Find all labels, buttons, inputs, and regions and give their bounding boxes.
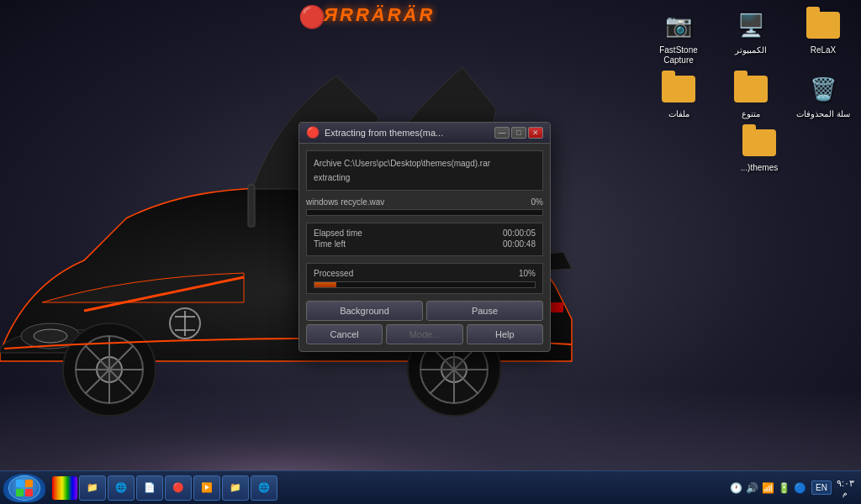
file-progress-bar (306, 209, 543, 216)
bluetooth-icon: 🔵 (794, 482, 806, 494)
dialog-buttons-row1: Background Pause (306, 301, 543, 321)
trash-icon: 🗑️ (806, 72, 840, 106)
taskbar-ie-icon: 🌐 (258, 482, 270, 493)
desktop-icon-computer[interactable]: 🖥️ الكمبيوتر (721, 8, 780, 66)
overall-progress-fill (314, 282, 336, 287)
timeleft-value: 00:00:48 (503, 239, 536, 249)
taskbar-clock: ٩:٠٣ م (837, 478, 854, 497)
processed-label: Processed (314, 269, 353, 278)
trash-label: سلة المحذوفات (796, 109, 850, 119)
elapsed-value: 00:00:05 (503, 228, 536, 238)
current-file-section: windows recycle.wav 0% (306, 197, 543, 216)
icon-row-3: themes(... (730, 126, 853, 173)
faststone-icon: 📷 (662, 8, 695, 42)
taskbar-systray: 🕐 🔊 📶 🔋 🔵 EN ٩:٠٣ م (730, 478, 858, 497)
taskbar-dot-icon: 🔴 (172, 482, 184, 493)
elapsed-row: Elapsed time 00:00:05 (314, 228, 536, 238)
archive-info: Archive C:\Users\pc\Desktop\themes(magd)… (306, 150, 543, 191)
timeleft-row: Time left 00:00:48 (314, 239, 536, 249)
file-progress-row: windows recycle.wav 0% (306, 197, 543, 207)
dialog-body: Archive C:\Users\pc\Desktop\themes(magd)… (299, 144, 550, 351)
dialog-buttons-row2: Cancel Mode... Help (306, 324, 543, 344)
taskbar-folder2-btn[interactable]: 📁 (222, 475, 249, 501)
taskbar: 📁 🌐 📄 🔴 ▶️ 📁 🌐 🕐 (0, 470, 861, 504)
mixed-label: متنوع (742, 109, 760, 119)
taskbar-colorbar[interactable] (52, 476, 77, 500)
winrar-dialog: 🔴 Extracting from themes(ma... — □ ✕ Arc… (298, 122, 551, 352)
desktop-icons-area: 📷 FastStone Capture 🖥️ الكمبيوتر ReLaX م… (649, 8, 853, 173)
language-indicator[interactable]: EN (811, 480, 832, 495)
time-icon: 🕐 (730, 482, 742, 494)
desktop-icon-themes[interactable]: themes(... (730, 126, 789, 173)
close-button[interactable]: ✕ (528, 127, 543, 139)
dialog-window-controls: — □ ✕ (494, 127, 543, 139)
icon-row-2: ملفات متنوع 🗑️ سلة المحذوفات (649, 72, 853, 119)
taskbar-dot-btn[interactable]: 🔴 (165, 475, 192, 501)
overall-progress-bar (314, 281, 536, 288)
svg-rect-24 (25, 489, 33, 496)
desktop-icon-faststone[interactable]: 📷 FastStone Capture (649, 8, 708, 66)
taskbar-media-icon: ▶️ (201, 482, 213, 493)
desktop: 🔴 ЯRRÄRÄR 📷 FastStone Capture 🖥️ الكمبيو… (0, 0, 861, 504)
dialog-titlebar: 🔴 Extracting from themes(ma... — □ ✕ (299, 123, 550, 144)
taskbar-file-btn[interactable]: 📄 (136, 475, 163, 501)
processed-row: Processed 10% (314, 269, 536, 278)
svg-rect-21 (16, 480, 24, 487)
background-button[interactable]: Background (306, 301, 423, 321)
start-orb (8, 475, 40, 501)
minimize-button[interactable]: — (494, 127, 510, 139)
maximize-button[interactable]: □ (511, 127, 526, 139)
clock-time: ٩:٠٣ (837, 478, 854, 489)
clock-ampm: م (837, 489, 854, 497)
winrar-title-icon: 🔴 (306, 126, 320, 139)
mode-button[interactable]: Mode... (386, 324, 462, 344)
dialog-title-text: Extracting from themes(ma... (325, 128, 494, 138)
pause-button[interactable]: Pause (426, 301, 543, 321)
taskbar-items: 📁 🌐 📄 🔴 ▶️ 📁 🌐 (49, 475, 730, 501)
svg-rect-4 (248, 185, 255, 227)
taskbar-file-icon: 📄 (144, 482, 156, 493)
files-label: ملفات (668, 109, 689, 119)
help-button[interactable]: Help (467, 324, 543, 344)
computer-label: الكمبيوتر (735, 45, 767, 55)
svg-rect-23 (16, 489, 24, 496)
computer-icon: 🖥️ (734, 8, 768, 42)
relax-folder-icon (806, 8, 840, 42)
orange-decoration: ЯRRÄRÄR (324, 4, 435, 26)
battery-icon: 🔋 (778, 482, 790, 494)
volume-icon[interactable]: 🔊 (746, 482, 758, 494)
windows-logo-icon (15, 479, 34, 497)
taskbar-ie-btn[interactable]: 🌐 (251, 475, 277, 501)
desktop-icon-relax[interactable]: ReLaX (794, 8, 853, 66)
desktop-icon-trash[interactable]: 🗑️ سلة المحذوفات (794, 72, 853, 119)
processed-percent: 10% (519, 269, 536, 278)
taskbar-folder2-icon: 📁 (230, 482, 241, 493)
mixed-folder-icon (734, 72, 768, 106)
signal-icon: 📶 (762, 482, 774, 494)
file-percent: 0% (531, 197, 543, 207)
chrome-logo: 🔴 (298, 4, 325, 30)
start-button[interactable] (3, 474, 45, 502)
taskbar-media-btn[interactable]: ▶️ (193, 475, 220, 501)
sys-tray-icons: 🕐 🔊 📶 🔋 🔵 (730, 482, 806, 494)
stats-section: Elapsed time 00:00:05 Time left 00:00:48 (306, 223, 543, 256)
taskbar-chrome-icon: 🌐 (115, 482, 127, 493)
desktop-icon-files[interactable]: ملفات (649, 72, 708, 119)
themes-label: themes(... (741, 163, 778, 173)
taskbar-chrome-btn[interactable]: 🌐 (108, 475, 135, 501)
elapsed-label: Elapsed time (314, 228, 362, 238)
taskbar-folder-icon: 📁 (87, 482, 98, 493)
files-folder-icon (662, 72, 695, 106)
archive-action: extracting (314, 171, 536, 185)
desktop-icon-mixed[interactable]: متنوع (721, 72, 780, 119)
svg-rect-22 (25, 480, 33, 487)
timeleft-label: Time left (314, 239, 346, 249)
cancel-button[interactable]: Cancel (306, 324, 383, 344)
processed-section: Processed 10% (306, 263, 543, 294)
taskbar-folder-btn[interactable]: 📁 (79, 475, 106, 501)
themes-folder-icon (742, 126, 776, 160)
current-filename: windows recycle.wav (306, 197, 384, 207)
faststone-label: FastStone Capture (649, 45, 708, 66)
relax-label: ReLaX (811, 45, 837, 55)
archive-path: Archive C:\Users\pc\Desktop\themes(magd)… (314, 156, 536, 171)
